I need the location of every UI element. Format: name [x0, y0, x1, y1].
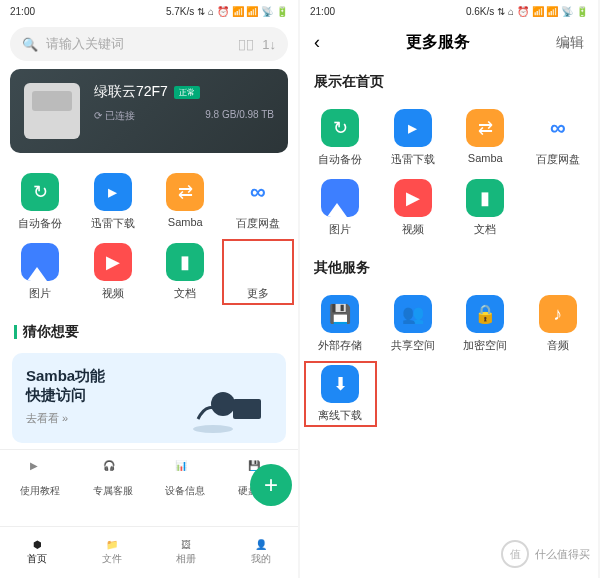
device-card[interactable]: 绿联云72F7正常 ⟳ 已连接9.8 GB/0.98 TB [10, 69, 288, 153]
storage-icon: 💾 [321, 295, 359, 333]
video-icon: ▶ [94, 243, 132, 281]
download-icon: ⬇ [321, 365, 359, 403]
picture-icon [321, 179, 359, 217]
time: 21:00 [10, 6, 35, 17]
doc-icon: ▮ [466, 179, 504, 217]
sort-icon[interactable]: 1↓ [262, 37, 276, 52]
more-icon [239, 243, 277, 281]
fab-add[interactable]: + [250, 464, 292, 506]
connection-status: ⟳ 已连接 [94, 109, 135, 123]
tab-mine[interactable]: 👤我的 [224, 527, 299, 578]
tab-home[interactable]: ⬢首页 [0, 527, 75, 578]
homepage-grid: ↻自动备份 ▸迅雷下载 ⇄Samba 百度网盘 图片 ▶视频 ▮文档 [300, 97, 598, 249]
samba-icon: ⇄ [466, 109, 504, 147]
page-header: ‹ 更多服务 编辑 [300, 22, 598, 63]
grid-offline-download[interactable]: ⬇离线下载 [304, 361, 377, 427]
grid-more[interactable]: 更多 [222, 239, 295, 305]
section-homepage: 展示在首页 [300, 63, 598, 97]
home-icon: ⬢ [33, 539, 42, 550]
grid-baidu[interactable]: 百度网盘 [222, 169, 295, 235]
audio-icon: ♪ [539, 295, 577, 333]
device-info-icon: 📊 [175, 460, 195, 480]
time: 21:00 [310, 6, 335, 17]
samba-icon: ⇄ [166, 173, 204, 211]
grid-external-storage[interactable]: 💾外部存储 [304, 291, 377, 357]
grid-pictures[interactable]: 图片 [4, 239, 77, 305]
watermark-logo: 值 [501, 540, 529, 568]
tutorial-icon: ▶ [30, 460, 50, 480]
grid-pictures[interactable]: 图片 [304, 175, 377, 241]
grid-baidu[interactable]: 百度网盘 [522, 105, 595, 171]
baidu-icon [539, 109, 577, 147]
svg-rect-1 [233, 399, 261, 419]
support-icon: 🎧 [103, 460, 123, 480]
grid-video[interactable]: ▶视频 [77, 239, 150, 305]
grid-video[interactable]: ▶视频 [377, 175, 450, 241]
video-icon: ▶ [394, 179, 432, 217]
edit-button[interactable]: 编辑 [556, 34, 584, 52]
watermark: 值 什么值得买 [501, 540, 590, 568]
grid-samba[interactable]: ⇄Samba [149, 169, 222, 235]
page-title: 更多服务 [406, 32, 470, 53]
status-icons: 0.6K/s ⇅ ⌂ ⏰ 📶 📶 📡 🔋 [466, 6, 588, 17]
search-bar[interactable]: 🔍 请输入关键词 ⌷⌷ 1↓ [10, 27, 288, 61]
grid-auto-backup[interactable]: ↻自动备份 [4, 169, 77, 235]
backup-icon: ↻ [321, 109, 359, 147]
action-support[interactable]: 🎧专属客服 [77, 460, 150, 498]
grid-encrypted[interactable]: 🔒加密空间 [449, 291, 522, 357]
xunlei-icon: ▸ [394, 109, 432, 147]
grid-xunlei[interactable]: ▸迅雷下载 [77, 169, 150, 235]
more-services-screen: 21:00 0.6K/s ⇅ ⌂ ⏰ 📶 📶 📡 🔋 ‹ 更多服务 编辑 展示在… [300, 0, 598, 578]
grid-shared-space[interactable]: 👥共享空间 [377, 291, 450, 357]
grid-docs[interactable]: ▮文档 [449, 175, 522, 241]
app-grid: ↻自动备份 ▸迅雷下载 ⇄Samba 百度网盘 图片 ▶视频 ▮文档 更多 [0, 161, 298, 313]
xunlei-icon: ▸ [94, 173, 132, 211]
doc-icon: ▮ [166, 243, 204, 281]
tab-files[interactable]: 📁文件 [75, 527, 150, 578]
action-device-info[interactable]: 📊设备信息 [149, 460, 222, 498]
device-name: 绿联云72F7 [94, 83, 168, 101]
search-placeholder: 请输入关键词 [46, 35, 124, 53]
device-image [24, 83, 80, 139]
storage-info: 9.8 GB/0.98 TB [205, 109, 274, 123]
baidu-icon [239, 173, 277, 211]
promo-card[interactable]: Samba功能快捷访问 去看看 » [12, 353, 286, 443]
guess-title: 猜你想要 [0, 313, 298, 347]
grid-samba[interactable]: ⇄Samba [449, 105, 522, 171]
grid-xunlei[interactable]: ▸迅雷下载 [377, 105, 450, 171]
lock-icon: 🔒 [466, 295, 504, 333]
picture-icon [21, 243, 59, 281]
grid-docs[interactable]: ▮文档 [149, 239, 222, 305]
grid-audio[interactable]: ♪音频 [522, 291, 595, 357]
search-icon: 🔍 [22, 37, 38, 52]
home-screen: 21:00 5.7K/s ⇅ ⌂ ⏰ 📶 📶 📡 🔋 🔍 请输入关键词 ⌷⌷ 1… [0, 0, 298, 578]
folder-icon: 📁 [106, 539, 118, 550]
backup-icon: ↻ [21, 173, 59, 211]
scan-icon[interactable]: ⌷⌷ [238, 37, 254, 52]
status-icons: 5.7K/s ⇅ ⌂ ⏰ 📶 📶 📡 🔋 [166, 6, 288, 17]
action-tutorial[interactable]: ▶使用教程 [4, 460, 77, 498]
status-bar: 21:00 0.6K/s ⇅ ⌂ ⏰ 📶 📶 📡 🔋 [300, 0, 598, 22]
svg-point-2 [193, 425, 233, 433]
user-icon: 👤 [255, 539, 267, 550]
album-icon: 🖼 [181, 539, 191, 550]
promo-illustration [178, 369, 278, 439]
share-icon: 👥 [394, 295, 432, 333]
grid-auto-backup[interactable]: ↻自动备份 [304, 105, 377, 171]
status-bar: 21:00 5.7K/s ⇅ ⌂ ⏰ 📶 📶 📡 🔋 [0, 0, 298, 22]
section-other: 其他服务 [300, 249, 598, 283]
back-button[interactable]: ‹ [314, 32, 320, 53]
tab-album[interactable]: 🖼相册 [149, 527, 224, 578]
other-grid: 💾外部存储 👥共享空间 🔒加密空间 ♪音频 ⬇离线下载 [300, 283, 598, 435]
status-badge: 正常 [174, 86, 200, 99]
tab-bar: ⬢首页 📁文件 🖼相册 👤我的 [0, 526, 298, 578]
